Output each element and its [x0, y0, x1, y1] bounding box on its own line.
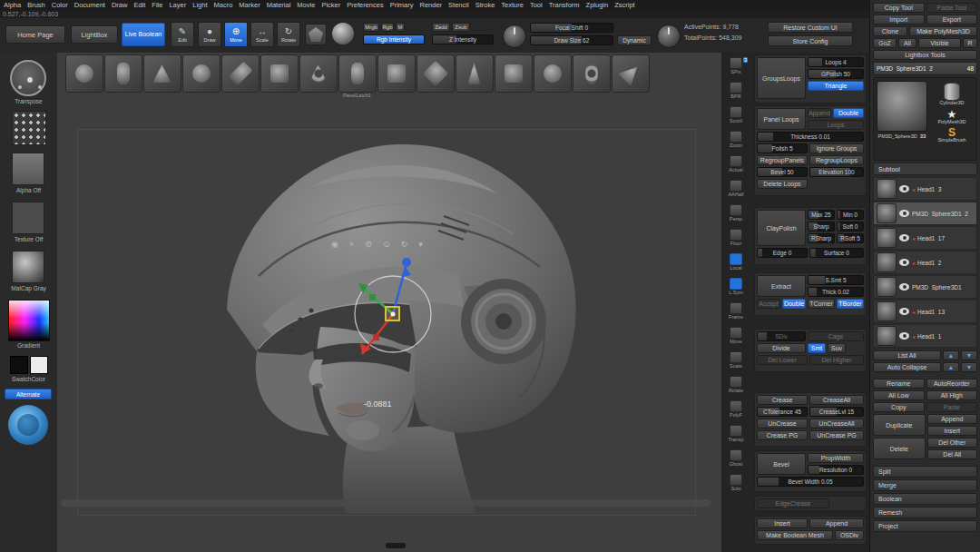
gpolish-slider[interactable]: GPolish 50 [808, 69, 864, 79]
loops-toggle[interactable]: Loops [808, 120, 864, 130]
cylinder3d-tool[interactable]: Cylinder3D [939, 83, 964, 106]
bevel-width-slider[interactable]: Bevel Width 0.05 [757, 477, 864, 487]
bevel-slider[interactable]: Bevel 50 [757, 167, 808, 177]
menu-item[interactable]: Brush [27, 1, 45, 9]
current-tool-slot[interactable]: PM3D_Sphere3D1_2 48 [873, 62, 977, 75]
menu-item[interactable]: Stroke [475, 1, 495, 9]
ignore-groups-button[interactable]: Ignore Groups [809, 143, 864, 153]
subtool-row[interactable]: ◂ Head1_1 [873, 324, 977, 348]
clay-polish-button[interactable]: ClayPolish [757, 210, 806, 246]
subtool-section-header[interactable]: Project [873, 520, 977, 532]
clone-button[interactable]: Clone [873, 26, 907, 36]
lightbox-button[interactable]: LightBox [71, 25, 118, 44]
append-button[interactable]: Append [809, 518, 864, 528]
visibility-eye-icon[interactable] [899, 283, 909, 291]
thick-slider[interactable]: Thick 0.02 [808, 287, 864, 297]
menu-item[interactable]: Material [267, 1, 291, 9]
brush-thumbnail-item[interactable] [103, 54, 142, 99]
subtool-thumbnail[interactable] [877, 252, 897, 272]
tborder-toggle[interactable]: TBorder [837, 299, 864, 309]
right-shelf-button[interactable]: L.Sym [725, 278, 747, 301]
polymesh3d-tool[interactable]: ★ PolyMesh3D [937, 109, 965, 125]
loops-slider[interactable]: Loops 4 [808, 57, 864, 67]
right-shelf-button[interactable]: Scale [725, 351, 747, 375]
export-button[interactable]: Export [926, 15, 978, 25]
max-slider[interactable]: Max 25 [808, 210, 835, 220]
delete-loops-button[interactable]: Delete Loops [757, 179, 808, 189]
edge-crease-button[interactable]: EdgeCrease [757, 498, 829, 508]
subtool-thumbnail[interactable] [877, 203, 897, 223]
right-shelf-button[interactable]: 3 SPix [725, 57, 747, 81]
regroup-panels-button[interactable]: RegroupPanels [757, 155, 808, 165]
right-shelf-button[interactable]: Local [725, 253, 747, 277]
brush-thumbnail-item[interactable] [572, 54, 611, 99]
brush-thumbnail-item[interactable] [299, 54, 338, 99]
copy-subtool-button[interactable]: Copy [873, 402, 925, 412]
focal-shift-slider[interactable]: Focal Shift 0 [530, 23, 613, 33]
auto-reorder-button[interactable]: AutoReorder [926, 379, 978, 389]
subtool-row[interactable]: ◂ Head1_3 [873, 177, 977, 201]
surface-slider[interactable]: Surface 0 [809, 248, 864, 258]
dynamic-toggle[interactable]: Dynamic [617, 35, 652, 45]
all-high-button[interactable]: All High [926, 390, 978, 400]
menu-item[interactable]: Draw [112, 1, 128, 9]
subtool-up2-button[interactable]: ▲ [943, 362, 959, 372]
visibility-eye-icon[interactable] [899, 308, 909, 315]
duplicate-button[interactable]: Duplicate [873, 414, 926, 436]
crease-all-button[interactable]: CreaseAll [809, 395, 864, 405]
uncrease-button[interactable]: UnCrease [757, 419, 808, 429]
double-toggle[interactable]: Double [833, 108, 864, 118]
brush-thumbnail-item[interactable] [533, 54, 572, 99]
zadd-button[interactable]: Zadd [432, 23, 450, 32]
home-page-button[interactable]: Home Page [5, 25, 65, 44]
subtool-down2-button[interactable]: ▼ [961, 362, 977, 372]
goz-visible-button[interactable]: Visible [918, 38, 961, 48]
right-shelf-button[interactable]: Ghost [725, 449, 747, 473]
accept-button[interactable]: Accept [757, 299, 780, 309]
panel-loops-button[interactable]: Panel Loops [757, 108, 806, 130]
menu-item[interactable]: Zscript [614, 1, 635, 9]
subtool-thumbnail[interactable] [877, 277, 897, 297]
material-thumbnail[interactable] [12, 251, 44, 283]
paste-subtool-button[interactable]: Paste [926, 402, 978, 412]
groups-loops-button[interactable]: GroupsLoops [757, 57, 806, 99]
right-shelf-button[interactable]: Persp [725, 204, 747, 228]
visibility-eye-icon[interactable] [899, 185, 909, 192]
paste-tool-button[interactable]: Paste Tool [926, 3, 978, 13]
osdiv-toggle[interactable]: OSDiv [835, 530, 864, 540]
edge-slider[interactable]: Edge 0 [757, 248, 808, 258]
secondary-dial[interactable] [657, 25, 681, 48]
thickness-slider[interactable]: Thickness 0.01 [757, 132, 864, 142]
copy-tool-button[interactable]: Copy Tool [873, 3, 925, 13]
right-shelf-button[interactable]: BPR [725, 82, 747, 105]
subtool-row[interactable]: ◂ Head1_17 [873, 226, 977, 250]
prop-width-toggle[interactable]: PropWidth [808, 453, 864, 463]
subtool-thumbnail[interactable] [877, 179, 897, 199]
menu-item[interactable]: Primary [390, 1, 414, 9]
menu-item[interactable]: Picker [321, 1, 340, 9]
z-intensity-slider[interactable]: Z Intensity [432, 34, 494, 44]
m-button[interactable]: M [396, 23, 405, 32]
min-slider[interactable]: Min 0 [837, 210, 864, 220]
append-subtool-button[interactable]: Append [927, 414, 978, 424]
cage-toggle[interactable]: Cage [808, 331, 864, 341]
menu-item[interactable]: Stencil [448, 1, 469, 9]
right-shelf-button[interactable]: Move [725, 327, 747, 350]
uncrease-all-button[interactable]: UnCreaseAll [809, 419, 864, 429]
visibility-eye-icon[interactable] [899, 210, 909, 217]
del-higher-button[interactable]: Del Higher [809, 355, 864, 365]
menu-item[interactable]: Edit [133, 1, 145, 9]
menu-item[interactable]: Preferences [347, 1, 383, 9]
rename-button[interactable]: Rename [873, 379, 925, 389]
subtool-thumbnail[interactable] [877, 301, 897, 321]
stroke-thumbnail[interactable] [12, 111, 46, 145]
goz-all-button[interactable]: All [898, 38, 916, 48]
subtool-section-header[interactable]: Boolean [873, 493, 977, 505]
subtool-thumbnail[interactable] [877, 326, 897, 346]
visibility-eye-icon[interactable] [899, 234, 909, 242]
extract-double-toggle[interactable]: Double [782, 299, 806, 309]
menu-item[interactable]: Movie [297, 1, 315, 9]
goz-button[interactable]: GoZ [873, 38, 897, 48]
brush-thumbnail-item[interactable] [416, 54, 455, 99]
brush-thumbnail-item[interactable] [611, 54, 650, 99]
